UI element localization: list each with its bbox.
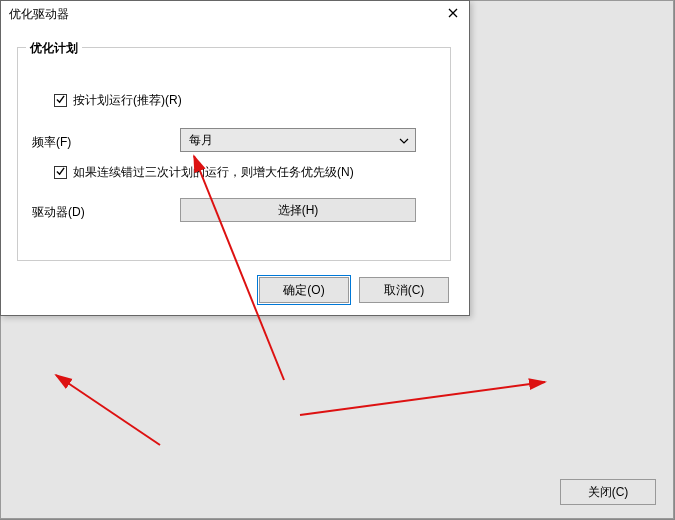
checkmark-icon [56,167,65,178]
cancel-button[interactable]: 取消(C) [359,277,449,303]
groupbox-legend: 优化计划 [26,40,82,57]
increase-priority-checkbox-row[interactable]: 如果连续错过三次计划的运行，则增大任务优先级(N) [54,164,354,181]
increase-priority-label: 如果连续错过三次计划的运行，则增大任务优先级(N) [73,164,354,181]
run-on-schedule-checkbox[interactable] [54,94,67,107]
schedule-groupbox: 优化计划 按计划运行(推荐)(R) 频率(F) 每月 [17,47,451,261]
increase-priority-checkbox[interactable] [54,166,67,179]
drives-label: 驱动器(D) [32,204,85,221]
frequency-value: 每月 [189,132,213,149]
close-icon [448,7,458,21]
close-main-button[interactable]: 关闭(C) [560,479,656,505]
frequency-combobox[interactable]: 每月 [180,128,416,152]
select-drives-button[interactable]: 选择(H) [180,198,416,222]
dialog-actions: 确定(O) 取消(C) [259,277,449,303]
ok-button[interactable]: 确定(O) [259,277,349,303]
frequency-label: 频率(F) [32,134,71,151]
dialog-close-button[interactable] [441,3,465,25]
schedule-dialog: 优化驱动器 优化计划 按计划运行(推荐)(R) 频率(F) 每月 [0,0,470,316]
dialog-titlebar[interactable]: 优化驱动器 [1,1,469,27]
chevron-down-icon [399,133,409,147]
run-on-schedule-checkbox-row[interactable]: 按计划运行(推荐)(R) [54,92,182,109]
run-on-schedule-label: 按计划运行(推荐)(R) [73,92,182,109]
dialog-title: 优化驱动器 [9,6,69,23]
checkmark-icon [56,95,65,106]
